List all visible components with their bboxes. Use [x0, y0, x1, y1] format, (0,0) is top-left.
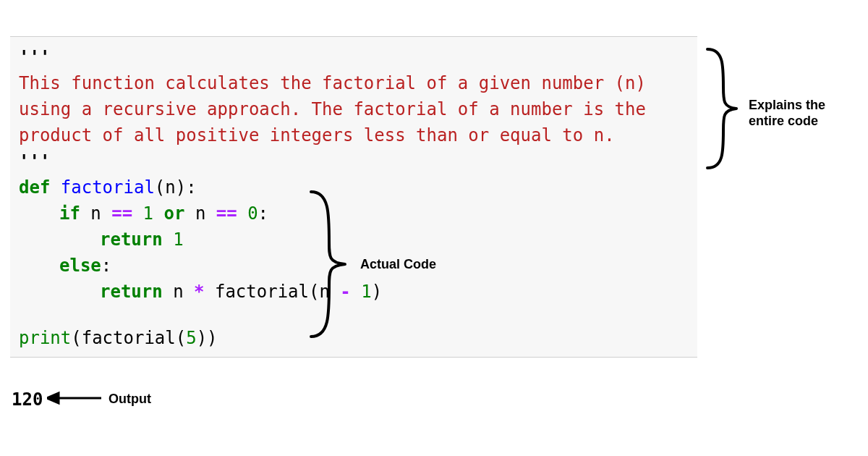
- arrow-icon-output: [47, 391, 105, 405]
- docstring-line-2: using a recursive approach. The factoria…: [19, 96, 689, 122]
- annotation-explains: Explains the entire code: [749, 98, 825, 129]
- brace-icon-explains: [702, 43, 745, 174]
- svg-marker-1: [47, 393, 59, 403]
- docstring-close: ''': [19, 151, 50, 172]
- docstring-line-1: This function calculates the factorial o…: [19, 70, 689, 96]
- annotation-actual-code: Actual Code: [360, 257, 436, 273]
- docstring-line-3: product of all positive integers less th…: [19, 122, 689, 148]
- annotation-output: Output: [109, 392, 151, 408]
- brace-icon-actual-code: [304, 185, 354, 344]
- output-value: 120: [12, 389, 43, 410]
- docstring-open: ''': [19, 47, 50, 67]
